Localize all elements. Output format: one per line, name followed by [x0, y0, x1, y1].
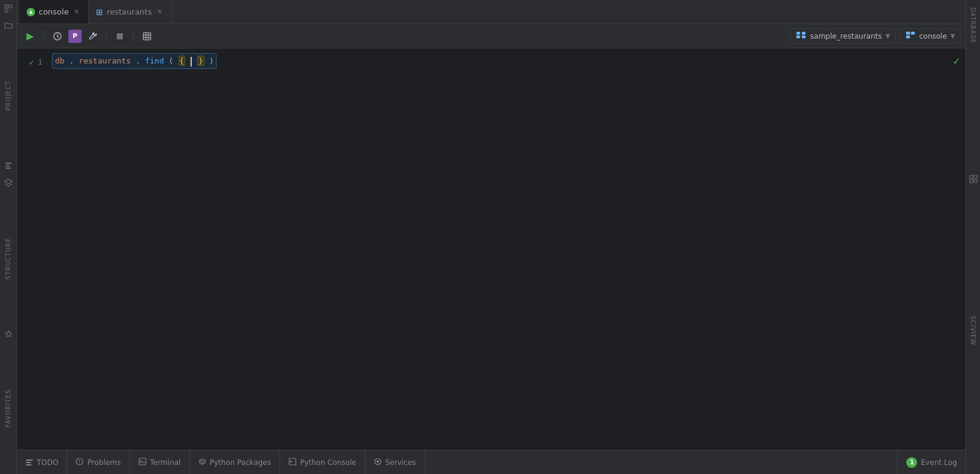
editor-check-right: ✓ — [953, 56, 961, 67]
svg-rect-3 — [5, 163, 11, 164]
right-sidebar-database-label[interactable]: Database — [970, 2, 976, 48]
python-button[interactable]: P — [68, 30, 82, 43]
left-sidebar-structure-icon[interactable] — [2, 159, 15, 172]
services-icon — [374, 458, 382, 467]
svg-rect-19 — [911, 31, 915, 34]
svg-point-26 — [79, 463, 80, 463]
stop-button[interactable] — [111, 28, 128, 45]
status-problems[interactable]: Problems — [67, 450, 129, 474]
svg-rect-16 — [797, 36, 800, 39]
editor-area[interactable]: ✓ 1 db . restaurants . find ( { } ) — [17, 48, 965, 450]
table-button[interactable] — [139, 28, 155, 45]
console-tab-close[interactable]: ✕ — [73, 8, 81, 16]
svg-rect-33 — [970, 175, 973, 178]
line-check-1: ✓ — [29, 56, 34, 69]
right-sidebar: Database SciView — [965, 0, 980, 474]
svg-rect-14 — [797, 32, 800, 35]
code-open-brace: { — [178, 56, 186, 66]
status-terminal[interactable]: Terminal — [130, 450, 190, 474]
restaurants-tab-label: restaurants — [106, 7, 152, 16]
line-number-1: ✓ 1 — [22, 56, 42, 69]
left-sidebar-project-icon[interactable] — [2, 2, 15, 15]
restaurants-tab-close[interactable]: ✕ — [155, 8, 164, 16]
status-python-console[interactable]: Python Console — [280, 450, 365, 474]
db-selector-icon — [795, 31, 806, 41]
svg-rect-35 — [970, 180, 973, 183]
history-button[interactable] — [49, 28, 66, 45]
svg-point-32 — [376, 460, 379, 463]
left-sidebar-folder-icon[interactable] — [2, 19, 15, 32]
db-selector-label: sample_restaurants — [810, 32, 881, 41]
status-services[interactable]: Services — [365, 450, 425, 474]
restaurants-tab-icon: ⊞ — [96, 7, 103, 17]
console-selector[interactable]: console ▼ — [900, 28, 961, 44]
svg-marker-6 — [29, 10, 33, 14]
event-log-label: Event Log — [921, 458, 957, 467]
console-tab-label: console — [39, 7, 69, 16]
todo-label: TODO — [37, 458, 58, 467]
left-sidebar: Project Structure Favorites — [0, 0, 17, 474]
svg-rect-5 — [5, 167, 11, 169]
svg-rect-2 — [9, 5, 12, 8]
tab-restaurants[interactable]: ⊞ restaurants ✕ — [89, 0, 172, 24]
left-sidebar-structure-label[interactable]: Structure — [5, 233, 11, 284]
right-sidebar-sciview-label[interactable]: SciView — [970, 311, 976, 350]
code-close-paren: ) — [209, 56, 214, 65]
svg-rect-21 — [26, 459, 33, 461]
status-python-packages[interactable]: Python Packages — [190, 450, 280, 474]
code-collection: restaurants — [79, 56, 131, 65]
terminal-label: Terminal — [150, 458, 181, 467]
db-selector-arrow: ▼ — [886, 33, 890, 39]
run-button[interactable]: ▶ — [22, 28, 39, 45]
svg-rect-36 — [974, 180, 977, 183]
svg-rect-18 — [906, 31, 910, 34]
python-packages-icon — [198, 458, 206, 467]
problems-label: Problems — [87, 458, 120, 467]
terminal-icon — [139, 458, 146, 467]
svg-rect-20 — [906, 36, 910, 39]
db-selector[interactable]: sample_restaurants ▼ — [790, 28, 895, 44]
python-console-label: Python Console — [300, 458, 356, 467]
code-line-1: db . restaurants . find ( { } ) — [52, 54, 961, 68]
line-numbers: ✓ 1 — [17, 48, 47, 450]
console-selector-icon — [906, 31, 915, 41]
toolbar-sep-2 — [106, 30, 106, 43]
toolbar-sep-3 — [133, 30, 134, 43]
svg-rect-17 — [802, 36, 806, 39]
console-selector-label: console — [919, 32, 947, 41]
python-console-icon — [289, 458, 296, 467]
left-sidebar-favorites-label[interactable]: Favorites — [5, 385, 11, 432]
svg-rect-22 — [26, 462, 31, 463]
event-badge: 1 — [906, 457, 917, 468]
code-method: find — [145, 56, 164, 65]
svg-rect-0 — [5, 5, 8, 8]
status-bar: TODO Problems Terminal — [17, 450, 965, 474]
wrench-button[interactable] — [84, 28, 101, 45]
status-todo[interactable]: TODO — [17, 450, 67, 474]
code-dot1: . — [69, 56, 74, 65]
svg-rect-9 — [143, 33, 151, 40]
todo-icon — [25, 458, 33, 467]
svg-rect-1 — [5, 9, 8, 12]
toolbar-right: sample_restaurants ▼ console ▼ — [790, 28, 961, 44]
svg-rect-4 — [5, 165, 10, 166]
tab-console[interactable]: console ✕ — [19, 0, 89, 24]
code-db: db — [55, 56, 65, 65]
console-selector-arrow: ▼ — [950, 33, 955, 39]
left-sidebar-layers-icon[interactable] — [2, 176, 15, 189]
svg-rect-8 — [117, 33, 123, 39]
toolbar-sep-1 — [44, 30, 44, 43]
left-sidebar-project-label[interactable]: Project — [5, 76, 11, 115]
right-sidebar-grid-icon[interactable] — [967, 172, 980, 187]
code-dot2: . — [136, 56, 140, 65]
svg-rect-23 — [26, 464, 31, 466]
console-tab-icon — [27, 8, 35, 16]
left-sidebar-star-icon[interactable] — [2, 328, 15, 341]
svg-rect-34 — [974, 175, 977, 178]
python-packages-label: Python Packages — [210, 458, 271, 467]
status-event-log[interactable]: 1 Event Log — [897, 450, 965, 474]
code-open-paren: ( — [169, 56, 174, 65]
code-close-brace: } — [197, 56, 204, 66]
services-label: Services — [385, 458, 416, 467]
editor-content[interactable]: db . restaurants . find ( { } ) — [47, 48, 965, 450]
